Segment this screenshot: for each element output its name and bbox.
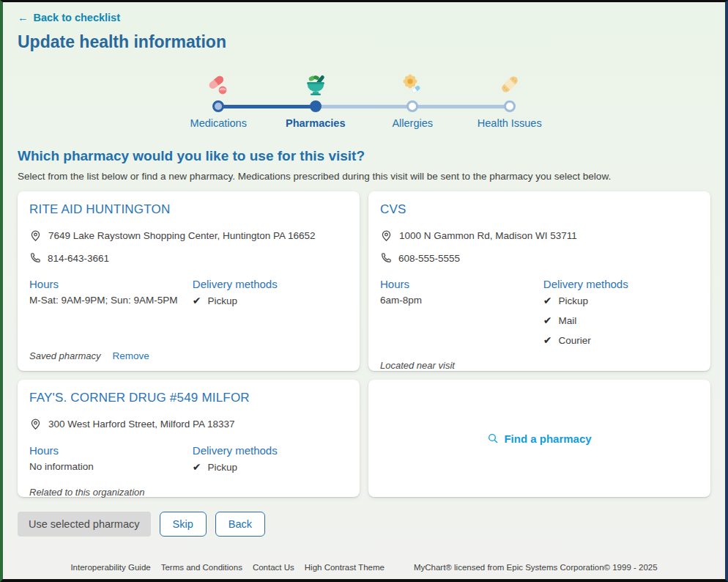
pharmacy-name: CVS bbox=[380, 202, 699, 217]
delivery-column: Delivery methods ✔ Pickup ✔ Mail ✔ Couri… bbox=[543, 278, 699, 354]
address-row: 7649 Lake Raystown Shopping Center, Hunt… bbox=[29, 229, 348, 242]
card-status-row: Related to this organization bbox=[29, 481, 348, 498]
search-icon bbox=[487, 432, 499, 444]
pharmacy-phone: 608-555-5555 bbox=[398, 253, 460, 264]
checkmark-icon: ✔ bbox=[543, 295, 552, 306]
card-status-row: Located near visit bbox=[380, 354, 699, 371]
phone-row: 608-555-5555 bbox=[380, 252, 699, 264]
delivery-heading: Delivery methods bbox=[193, 278, 348, 290]
find-pharmacy-link[interactable]: Find a pharmacy bbox=[487, 432, 591, 445]
hours-heading: Hours bbox=[29, 444, 193, 457]
step-dot-upcoming bbox=[406, 100, 418, 112]
pharmacy-address: 1000 N Gammon Rd, Madison WI 53711 bbox=[399, 230, 577, 241]
mortar-pestle-icon bbox=[267, 73, 365, 96]
card-columns: Hours M-Sat: 9AM-9PM; Sun: 9AM-5PM Deliv… bbox=[29, 278, 348, 314]
delivery-label: Courier bbox=[559, 335, 591, 346]
checkmark-icon: ✔ bbox=[543, 314, 552, 326]
find-pharmacy-label: Find a pharmacy bbox=[504, 432, 591, 445]
section-heading: Which pharmacy would you like to use for… bbox=[18, 148, 710, 164]
location-pin-icon bbox=[29, 229, 42, 242]
phone-row: 814-643-3661 bbox=[29, 252, 348, 264]
license-text: MyChart® licensed from Epic Systems Corp… bbox=[414, 563, 658, 572]
address-row: 300 West Harford Street, Milford PA 1833… bbox=[29, 418, 348, 430]
hours-value: 6am-8pm bbox=[380, 295, 543, 306]
delivery-column: Delivery methods ✔ Pickup bbox=[193, 444, 348, 481]
step-label: Health Issues bbox=[461, 117, 559, 129]
back-button[interactable]: Back bbox=[215, 512, 265, 537]
hours-value: No information bbox=[29, 461, 193, 472]
pharmacy-name: FAY'S. CORNER DRUG #549 MILFOR bbox=[29, 391, 348, 405]
pharmacy-card-cvs[interactable]: CVS 1000 N Gammon Rd, Madison WI 53711 6… bbox=[368, 191, 710, 371]
hours-column: Hours 6am-8pm bbox=[380, 278, 543, 354]
status-text: Saved pharmacy bbox=[29, 350, 101, 361]
status-text: Located near visit bbox=[380, 360, 455, 371]
card-columns: Hours No information Delivery methods ✔ … bbox=[29, 444, 348, 481]
footer-link-contact-us[interactable]: Contact Us bbox=[253, 563, 294, 572]
step-dot-upcoming bbox=[504, 100, 516, 112]
back-arrow-icon: ← bbox=[18, 12, 29, 23]
footer-link-interoperability-guide[interactable]: Interoperability Guide bbox=[70, 563, 150, 572]
step-dot-complete bbox=[212, 100, 224, 112]
delivery-item: ✔ Mail bbox=[543, 314, 699, 326]
step-health-issues[interactable]: Health Issues bbox=[461, 73, 559, 129]
delivery-item: ✔ Courier bbox=[543, 334, 699, 346]
phone-icon bbox=[380, 252, 392, 264]
pills-icon bbox=[170, 73, 267, 96]
step-node bbox=[364, 100, 461, 112]
step-pharmacies[interactable]: Pharmacies bbox=[267, 73, 365, 129]
delivery-heading: Delivery methods bbox=[193, 444, 348, 457]
delivery-item: ✔ Pickup bbox=[193, 461, 348, 473]
location-pin-icon bbox=[29, 418, 42, 430]
back-to-checklist-link[interactable]: ← Back to checklist bbox=[18, 12, 120, 23]
back-link-label: Back to checklist bbox=[34, 12, 120, 23]
mychart-update-health-window: ← Back to checklist Update health inform… bbox=[0, 0, 728, 582]
card-status-row: Saved pharmacy Remove bbox=[29, 345, 348, 361]
delivery-item: ✔ Pickup bbox=[543, 295, 699, 306]
page-footer: Interoperability Guide Terms and Conditi… bbox=[18, 563, 710, 572]
progress-stepper: Medications bbox=[170, 73, 558, 129]
step-node bbox=[267, 100, 365, 112]
page-title: Update health information bbox=[18, 32, 710, 52]
step-medications[interactable]: Medications bbox=[170, 73, 267, 129]
flower-pill-icon bbox=[364, 73, 461, 96]
checkmark-icon: ✔ bbox=[543, 334, 552, 346]
pharmacy-phone: 814-643-3661 bbox=[48, 253, 109, 264]
pharmacy-name: RITE AID HUNTINGTON bbox=[29, 202, 348, 217]
delivery-label: Mail bbox=[559, 315, 577, 326]
remove-pharmacy-link[interactable]: Remove bbox=[113, 350, 149, 361]
footer-link-terms-and-conditions[interactable]: Terms and Conditions bbox=[161, 563, 242, 572]
step-allergies[interactable]: Allergies bbox=[364, 73, 461, 129]
card-columns: Hours 6am-8pm Delivery methods ✔ Pickup … bbox=[380, 278, 699, 354]
pharmacy-card-fays[interactable]: FAY'S. CORNER DRUG #549 MILFOR 300 West … bbox=[18, 380, 360, 497]
hours-column: Hours M-Sat: 9AM-9PM; Sun: 9AM-5PM bbox=[29, 278, 193, 314]
step-dot-current bbox=[310, 100, 322, 112]
footer-link-high-contrast-theme[interactable]: High Contrast Theme bbox=[305, 563, 385, 572]
checkmark-icon: ✔ bbox=[193, 295, 201, 306]
delivery-label: Pickup bbox=[208, 295, 238, 306]
hours-value: M-Sat: 9AM-9PM; Sun: 9AM-5PM bbox=[29, 295, 193, 306]
skip-button[interactable]: Skip bbox=[160, 512, 207, 537]
status-text: Related to this organization bbox=[29, 487, 145, 498]
step-node bbox=[461, 100, 559, 112]
delivery-item: ✔ Pickup bbox=[193, 295, 348, 306]
pharmacy-card-rite-aid[interactable]: RITE AID HUNTINGTON 7649 Lake Raystown S… bbox=[18, 191, 360, 371]
section-subheading: Select from the list below or find a new… bbox=[18, 171, 710, 182]
step-node bbox=[170, 100, 267, 112]
bandage-icon bbox=[461, 73, 559, 96]
phone-icon bbox=[29, 252, 41, 264]
use-selected-pharmacy-button[interactable]: Use selected pharmacy bbox=[18, 512, 151, 537]
hours-heading: Hours bbox=[29, 278, 193, 290]
pharmacy-card-grid: RITE AID HUNTINGTON 7649 Lake Raystown S… bbox=[18, 191, 710, 497]
delivery-heading: Delivery methods bbox=[543, 278, 699, 290]
checkmark-icon: ✔ bbox=[193, 461, 201, 473]
step-label: Allergies bbox=[364, 117, 461, 129]
delivery-label: Pickup bbox=[208, 462, 238, 473]
find-pharmacy-card[interactable]: Find a pharmacy bbox=[368, 380, 710, 497]
hours-heading: Hours bbox=[380, 278, 543, 290]
address-row: 1000 N Gammon Rd, Madison WI 53711 bbox=[380, 229, 699, 242]
step-label: Medications bbox=[170, 117, 267, 129]
location-pin-icon bbox=[380, 229, 393, 242]
delivery-label: Pickup bbox=[559, 295, 589, 306]
delivery-column: Delivery methods ✔ Pickup bbox=[193, 278, 348, 314]
hours-column: Hours No information bbox=[29, 444, 193, 481]
